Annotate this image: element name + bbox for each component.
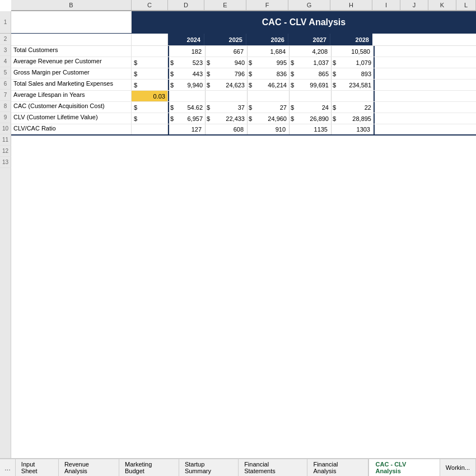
val-r2-2024: 443 [178,68,206,79]
data-cells-r5: $ 54.62 $ 37 $ 27 $ 24 $ 22 [168,102,375,113]
rownum-3: 3 [0,45,11,56]
dollar-r1-2024: $ [169,57,178,68]
col-header-i: I [372,0,400,10]
tab-bar: ... Input Sheet Revenue Analysis Marketi… [0,458,476,476]
val-r2-2025: 796 [214,68,248,79]
rownum-6: 6 [0,78,11,90]
val-r6-2028: 28,895 [340,113,374,124]
val-r7-2026: 910 [248,124,290,134]
label-clv: CLV (Customer Lifetime Value) [11,113,132,124]
val-r6-2025: 22,433 [214,113,248,124]
sheet-body: 1 2 3 4 5 6 7 8 9 10 11 12 13 CAC - CLV … [0,11,476,458]
dollar-r1-2027: $ [290,57,298,68]
tab-cac-clv-analysis[interactable]: CAC - CLV Analysis [368,458,440,476]
val-r7-2028: 1303 [332,124,374,134]
data-cells-r6: $ 6,957 $ 22,433 $ 24,960 $ 26,890 $ 28,… [168,113,375,124]
val-r5-2028: 22 [340,102,374,113]
val-r1-2024: 523 [178,57,206,68]
data-cells-r4 [168,91,375,101]
val-r5-2025: 37 [214,102,248,113]
title-spacer-b [11,11,132,33]
rownum-10: 10 [0,123,11,134]
rownum-7: 7 [0,90,11,101]
val-r7-2025: 608 [206,124,248,134]
rownum-2: 2 [0,34,11,45]
year-header-2028: 2028 [330,34,372,45]
dollar-r1-2025: $ [206,57,214,68]
dollar-r1-2026: $ [248,57,256,68]
year-header-2026: 2026 [246,34,288,45]
tab-scroll-left[interactable]: ... [0,459,16,476]
tab-input-sheet[interactable]: Input Sheet [16,459,59,476]
val-r0-2025: 667 [206,46,248,57]
table-row: CLV (Customer Lifetime Value) $ $ 6,957 … [11,113,476,124]
cell-c-r2: $ [132,68,168,79]
tab-working[interactable]: Workin... [440,459,476,476]
cell-c-r7 [132,124,168,134]
val-r6-2024: 6,957 [178,113,206,124]
val-r0-2026: 1,684 [248,46,290,57]
col-header-g: G [288,0,330,10]
tab-financial-analysis[interactable]: Financial Analysis [307,459,368,476]
col-header-l: L [456,0,476,10]
val-r0-2027: 4,208 [290,46,332,57]
spreadsheet-container: B C D E F G H I J K L 1 2 3 4 5 6 7 8 9 … [0,0,476,476]
year-header-2027: 2027 [288,34,330,45]
val-r0-2024: 182 [169,46,206,57]
year-header-2025: 2025 [204,34,246,45]
col-header-b: B [11,0,132,10]
cell-c-r0 [132,46,168,57]
label-total-customers: Total Customers [11,46,132,57]
tab-revenue-analysis[interactable]: Revenue Analysis [59,459,119,476]
sheet-content: CAC - CLV Analysis 2024 2025 2026 2027 2… [11,11,476,458]
cell-c-r3: $ [132,80,168,90]
val-r2-2028: 893 [340,68,374,79]
val-r1-2027: 1,037 [298,57,332,68]
data-cells-r1: $ 523 $ 940 $ 995 $ 1,037 $ 1,079 [168,57,375,68]
dollar-r1-2028: $ [332,57,340,68]
data-cells-r0: 182 667 1,684 4,208 10,580 [168,46,375,57]
val-r3-2026: 46,214 [256,80,290,90]
cell-c-r1: $ [132,57,168,68]
val-r7-2027: 1135 [290,124,332,134]
table-row: Total Sales and Marketing Expenses $ $ 9… [11,80,476,91]
cell-c-r5: $ [132,102,168,113]
title-cell: CAC - CLV Analysis [132,11,476,33]
rownum-1: 1 [0,11,11,34]
val-r5-2026: 27 [256,102,290,113]
rownum-11: 11 [0,134,11,146]
rownum-5: 5 [0,67,11,78]
val-r1-2028: 1,079 [340,57,374,68]
col-header-c: C [132,0,168,10]
val-r2-2027: 865 [298,68,332,79]
col-header-k: K [428,0,456,10]
data-cells-r3: $ 9,940 $ 24,623 $ 46,214 $ 99,691 $ 234… [168,80,375,90]
table-row: Average Revenue per Customer $ $ 523 $ 9… [11,57,476,68]
tab-startup-summary[interactable]: Startup Summary [179,459,239,476]
cell-lifespan-highlighted[interactable]: 0.03 [132,91,168,101]
val-r6-2026: 24,960 [256,113,290,124]
tab-financial-statements[interactable]: Financial Statements [239,459,307,476]
val-r1-2026: 995 [256,57,290,68]
table-row: Gross Margin per Customer $ $ 443 $ 796 … [11,68,476,80]
col-header-f: F [246,0,288,10]
val-r6-2027: 26,890 [298,113,332,124]
data-cells-r7: 127 608 910 1135 1303 [168,124,375,134]
label-cac: CAC (Customer Acquisition Cost) [11,102,132,113]
col-header-j: J [400,0,428,10]
val-r3-2028: 234,581 [340,80,374,90]
val-r3-2025: 24,623 [214,80,248,90]
col-header-row: B C D E F G H I J K L [11,0,476,11]
table-row: CAC (Customer Acquisition Cost) $ $ 54.6… [11,102,476,113]
year-header-2024: 2024 [168,34,204,45]
col-header-h: H [330,0,372,10]
label-gross-margin: Gross Margin per Customer [11,68,132,79]
val-r3-2027: 99,691 [298,80,332,90]
val-r0-2028: 10,580 [332,46,374,57]
val-r7-2024: 127 [169,124,206,134]
year-header-row: 2024 2025 2026 2027 2028 [11,34,476,46]
tab-marketing-budget[interactable]: Marketing Budget [119,459,179,476]
val-r5-2027: 24 [298,102,332,113]
val-r1-2025: 940 [214,57,248,68]
year-label-spacer [11,34,132,45]
